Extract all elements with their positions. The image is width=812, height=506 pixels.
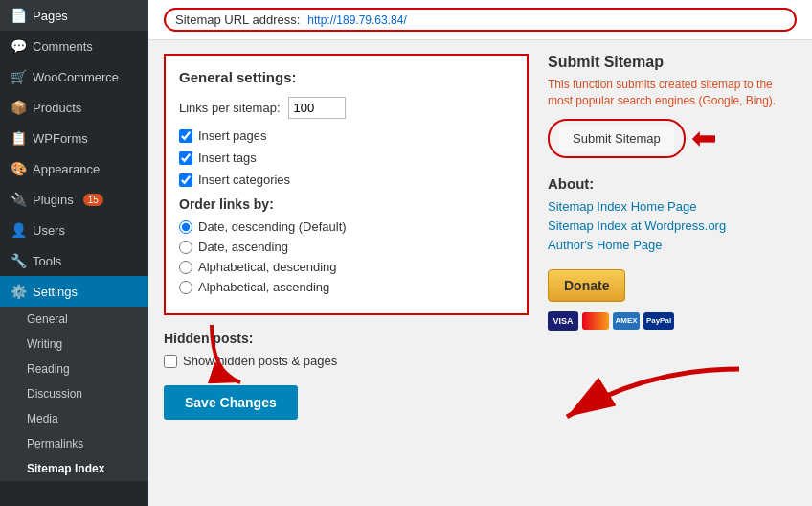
pages-icon: 📄	[10, 8, 27, 23]
submenu-item-sitemap-index[interactable]: Sitemap Index	[0, 456, 148, 481]
sidebar-item-plugins[interactable]: 🔌 Plugins 15	[0, 184, 148, 215]
radio-date-desc[interactable]	[179, 220, 192, 234]
hidden-posts-title: Hidden posts:	[164, 331, 529, 346]
insert-categories-label: Insert categories	[198, 172, 290, 187]
insert-tags-label: Insert tags	[198, 150, 257, 165]
sidebar: 📄 Pages 💬 Comments 🛒 WooCommerce 📦 Produ…	[0, 0, 148, 506]
sitemap-wordpress-link[interactable]: Sitemap Index at Wordpress.org	[548, 218, 797, 233]
sidebar-item-tools[interactable]: 🔧 Tools	[0, 245, 148, 276]
authors-home-page-link[interactable]: Author's Home Page	[548, 238, 797, 252]
submit-arrow-icon: ⬅	[691, 123, 717, 153]
left-panel: General settings: Links per sitemap: Ins…	[164, 54, 529, 436]
insert-pages-label: Insert pages	[198, 128, 267, 143]
links-per-sitemap-label: Links per sitemap:	[179, 101, 281, 115]
links-per-sitemap-row: Links per sitemap:	[179, 97, 513, 119]
sitemap-home-page-link[interactable]: Sitemap Index Home Page	[548, 199, 797, 214]
radio-alpha-asc-row: Alphabetical, ascending	[179, 280, 513, 294]
visa-icon: VISA	[548, 311, 578, 331]
insert-tags-checkbox[interactable]	[179, 151, 192, 165]
sidebar-item-comments[interactable]: 💬 Comments	[0, 31, 148, 61]
general-settings-box: General settings: Links per sitemap: Ins…	[164, 54, 529, 315]
insert-tags-row: Insert tags	[179, 150, 513, 165]
tools-icon: 🔧	[10, 253, 27, 268]
products-icon: 📦	[10, 100, 27, 115]
top-bar: Sitemap URL address: http://189.79.63.84…	[148, 0, 812, 40]
plugins-badge: 15	[83, 194, 103, 206]
comments-icon: 💬	[10, 38, 27, 54]
donate-button[interactable]: Donate	[548, 269, 625, 302]
insert-pages-row: Insert pages	[179, 128, 513, 143]
links-per-sitemap-input[interactable]	[288, 97, 346, 119]
show-hidden-posts-checkbox[interactable]	[164, 355, 177, 368]
radio-date-desc-row: Date, descending (Default)	[179, 219, 513, 234]
wpforms-icon: 📋	[10, 130, 27, 146]
woocommerce-icon: 🛒	[10, 69, 27, 84]
order-links-title: Order links by:	[179, 196, 513, 212]
appearance-icon: 🎨	[10, 161, 27, 176]
submit-btn-highlight: Submit Sitemap	[548, 119, 686, 158]
sitemap-url-value: http://189.79.63.84/	[307, 13, 534, 27]
insert-categories-checkbox[interactable]	[179, 173, 192, 187]
about-section: About: Sitemap Index Home Page Sitemap I…	[548, 175, 797, 331]
submenu-item-writing[interactable]: Writing	[0, 332, 148, 356]
insert-categories-row: Insert categories	[179, 172, 513, 187]
donate-container: Donate VISA AMEX PayPal	[548, 262, 797, 331]
submenu-item-general[interactable]: General	[0, 307, 148, 332]
radio-date-asc[interactable]	[179, 241, 192, 254]
payment-icons: VISA AMEX PayPal	[548, 311, 797, 331]
amex-icon: AMEX	[613, 312, 640, 330]
settings-icon: ⚙️	[10, 284, 27, 299]
hidden-posts-section: Hidden posts: Show hidden posts & pages	[164, 331, 529, 368]
show-hidden-posts-label: Show hidden posts & pages	[183, 354, 337, 368]
radio-alpha-asc[interactable]	[179, 281, 192, 294]
radio-date-desc-label: Date, descending (Default)	[198, 219, 347, 234]
general-settings-title: General settings:	[179, 69, 513, 85]
submit-sitemap-desc: This function submits created sitemap to…	[548, 77, 797, 109]
settings-submenu: General Writing Reading Discussion Media…	[0, 307, 148, 481]
submenu-item-permalinks[interactable]: Permalinks	[0, 431, 148, 456]
submenu-item-discussion[interactable]: Discussion	[0, 381, 148, 406]
save-changes-container: Save Changes	[164, 385, 529, 420]
mastercard-icon	[582, 312, 609, 330]
sidebar-item-users[interactable]: 👤 Users	[0, 215, 148, 245]
paypal-icon: PayPal	[643, 312, 674, 330]
sitemap-url-container: Sitemap URL address: http://189.79.63.84…	[164, 8, 797, 32]
insert-pages-checkbox[interactable]	[179, 129, 192, 143]
submenu-item-reading[interactable]: Reading	[0, 356, 148, 381]
show-hidden-posts-row: Show hidden posts & pages	[164, 354, 529, 368]
sidebar-item-products[interactable]: 📦 Products	[0, 92, 148, 123]
content-area: General settings: Links per sitemap: Ins…	[148, 40, 812, 449]
users-icon: 👤	[10, 222, 27, 238]
radio-date-asc-row: Date, ascending	[179, 240, 513, 254]
sidebar-item-wpforms[interactable]: 📋 WPForms	[0, 123, 148, 153]
submit-arrow-container: Submit Sitemap ⬅	[548, 119, 797, 158]
sitemap-url-label: Sitemap URL address:	[175, 12, 300, 27]
radio-alpha-asc-label: Alphabetical, ascending	[198, 280, 329, 294]
sidebar-item-woocommerce[interactable]: 🛒 WooCommerce	[0, 61, 148, 92]
submit-sitemap-title: Submit Sitemap	[548, 54, 797, 71]
submit-sitemap-button[interactable]: Submit Sitemap	[559, 126, 674, 151]
big-save-arrow-container	[548, 359, 797, 436]
radio-alpha-desc[interactable]	[179, 261, 192, 274]
sidebar-item-appearance[interactable]: 🎨 Appearance	[0, 153, 148, 184]
sidebar-item-pages[interactable]: 📄 Pages	[0, 0, 148, 31]
submenu-item-media[interactable]: Media	[0, 406, 148, 431]
submit-sitemap-section: Submit Sitemap This function submits cre…	[548, 54, 797, 158]
save-changes-button[interactable]: Save Changes	[164, 385, 298, 420]
plugins-icon: 🔌	[10, 192, 27, 207]
about-title: About:	[548, 175, 797, 192]
big-arrow-svg	[548, 359, 758, 436]
radio-alpha-desc-label: Alphabetical, descending	[198, 260, 337, 274]
radio-date-asc-label: Date, ascending	[198, 240, 288, 254]
main-content: Sitemap URL address: http://189.79.63.84…	[148, 0, 812, 506]
sidebar-item-settings[interactable]: ⚙️ Settings	[0, 276, 148, 307]
right-panel: Submit Sitemap This function submits cre…	[548, 54, 797, 436]
radio-alpha-desc-row: Alphabetical, descending	[179, 260, 513, 274]
